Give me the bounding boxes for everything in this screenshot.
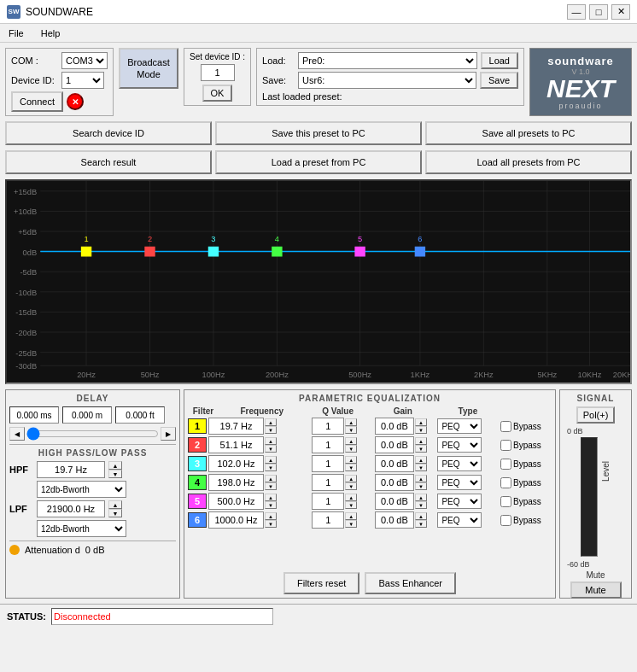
peq-bypass-3[interactable] (500, 459, 511, 470)
lpf-up-arrow[interactable]: ▲ (108, 500, 122, 509)
peq-q-down-2[interactable]: ▼ (345, 445, 357, 453)
peq-freq-up-1[interactable]: ▲ (265, 418, 277, 426)
save-preset-pc-button[interactable]: Save this preset to PC (215, 121, 422, 145)
peq-type-5[interactable]: PEQHPFLPFHSFLSF (437, 494, 482, 509)
peq-q-up-3[interactable]: ▲ (345, 456, 357, 464)
peq-gain-up-4[interactable]: ▲ (415, 475, 427, 482)
peq-freq-4[interactable] (208, 474, 264, 491)
peq-gain-down-2[interactable]: ▼ (415, 445, 427, 453)
peq-freq-down-6[interactable]: ▼ (265, 520, 277, 528)
ok-button[interactable]: OK (202, 85, 233, 102)
load-select[interactable]: Pre0:Pre1:Pre2: (298, 52, 476, 69)
menu-file[interactable]: File (3, 26, 29, 40)
peq-gain-up-3[interactable]: ▲ (415, 456, 427, 464)
eq-point-2[interactable] (144, 247, 155, 257)
hpf-type-select[interactable]: 12db-Bworth6db-Bworth24db-Bworth (37, 481, 126, 498)
device-id-select[interactable]: 123 (61, 72, 104, 89)
delay-m-input[interactable] (62, 406, 112, 424)
com-select[interactable]: COM3COM1COM2COM4 (61, 52, 108, 69)
peq-type-4[interactable]: PEQHPFLPFHSFLSF (437, 475, 482, 490)
peq-type-1[interactable]: PEQHPFLPFHSFLSF (437, 418, 482, 434)
close-button[interactable]: ✕ (611, 4, 630, 20)
peq-freq-down-5[interactable]: ▼ (265, 501, 277, 509)
peq-freq-2[interactable] (208, 436, 264, 453)
peq-q-up-1[interactable]: ▲ (345, 418, 357, 426)
load-all-presets-pc-button[interactable]: Load all presets from PC (425, 150, 632, 174)
delay-ft-input[interactable] (115, 406, 165, 424)
lpf-type-select[interactable]: 12db-Bworth6db-Bworth24db-Bworth (37, 520, 126, 537)
peq-freq-down-2[interactable]: ▼ (265, 445, 277, 453)
peq-q-down-1[interactable]: ▼ (345, 426, 357, 434)
delay-slider-left[interactable]: ◀ (9, 427, 25, 441)
filters-reset-button[interactable]: Filters reset (283, 572, 359, 594)
delay-slider[interactable] (26, 427, 159, 441)
save-all-presets-pc-button[interactable]: Save all presets to PC (425, 121, 632, 145)
hpf-up-arrow[interactable]: ▲ (108, 461, 122, 470)
peq-q-up-2[interactable]: ▲ (345, 437, 357, 445)
peq-gain-up-6[interactable]: ▲ (415, 512, 427, 520)
eq-point-6[interactable] (415, 247, 425, 257)
peq-q-5[interactable] (312, 493, 344, 510)
peq-gain-down-6[interactable]: ▼ (415, 520, 427, 528)
peq-gain-1[interactable] (375, 418, 414, 435)
eq-point-5[interactable] (354, 247, 365, 257)
eq-point-4[interactable] (272, 247, 282, 257)
menu-help[interactable]: Help (36, 26, 66, 40)
peq-gain-up-2[interactable]: ▲ (415, 437, 427, 445)
peq-freq-up-5[interactable]: ▲ (265, 494, 277, 501)
peq-freq-down-4[interactable]: ▼ (265, 482, 277, 490)
peq-bypass-2[interactable] (500, 440, 511, 451)
peq-freq-up-2[interactable]: ▲ (265, 437, 277, 445)
peq-freq-down-1[interactable]: ▼ (265, 426, 277, 434)
peq-gain-2[interactable] (375, 436, 414, 453)
connect-button[interactable]: Connect (11, 91, 63, 112)
maximize-button[interactable]: □ (589, 4, 608, 20)
search-device-id-button[interactable]: Search device ID (5, 121, 212, 145)
hpf-down-arrow[interactable]: ▼ (108, 470, 122, 478)
peq-gain-3[interactable] (375, 455, 414, 472)
peq-freq-6[interactable] (208, 511, 264, 529)
peq-freq-3[interactable] (208, 455, 264, 472)
peq-gain-down-3[interactable]: ▼ (415, 464, 427, 471)
delay-slider-right[interactable]: ▶ (161, 427, 176, 441)
lpf-down-arrow[interactable]: ▼ (108, 509, 122, 517)
peq-q-up-6[interactable]: ▲ (345, 512, 357, 520)
peq-freq-up-3[interactable]: ▲ (265, 456, 277, 464)
bass-enhancer-button[interactable]: Bass Enhancer (365, 572, 456, 594)
peq-freq-down-3[interactable]: ▼ (265, 464, 277, 471)
peq-gain-6[interactable] (375, 511, 414, 529)
broadcast-mode-button[interactable]: BroadcastMode (119, 48, 178, 89)
search-result-button[interactable]: Search result (5, 150, 212, 174)
peq-freq-up-4[interactable]: ▲ (265, 475, 277, 482)
save-select[interactable]: Usr6:Usr1:Usr2: (298, 72, 476, 89)
peq-q-4[interactable] (312, 474, 344, 491)
peq-type-6[interactable]: PEQHPFLPFHSFLSF (437, 512, 482, 528)
peq-q-down-4[interactable]: ▼ (345, 482, 357, 490)
peq-type-3[interactable]: PEQHPFLPFHSFLSF (437, 456, 482, 471)
save-button[interactable]: Save (480, 72, 518, 89)
eq-point-3[interactable] (208, 247, 219, 257)
peq-freq-1[interactable] (208, 418, 264, 435)
peq-freq-up-6[interactable]: ▲ (265, 512, 277, 520)
peq-q-down-5[interactable]: ▼ (345, 501, 357, 509)
peq-gain-up-5[interactable]: ▲ (415, 494, 427, 501)
peq-gain-down-1[interactable]: ▼ (415, 426, 427, 434)
mute-button[interactable]: Mute (570, 581, 622, 599)
peq-q-3[interactable] (312, 455, 344, 472)
load-button[interactable]: Load (481, 52, 518, 69)
eq-point-1[interactable] (81, 247, 91, 257)
peq-gain-4[interactable] (375, 474, 414, 491)
hpf-freq-input[interactable] (37, 461, 105, 478)
peq-bypass-4[interactable] (500, 477, 511, 488)
lpf-freq-input[interactable] (37, 500, 105, 517)
peq-freq-5[interactable] (208, 493, 264, 510)
pol-button[interactable]: Pol(+) (576, 406, 616, 424)
peq-gain-up-1[interactable]: ▲ (415, 418, 427, 426)
peq-gain-5[interactable] (375, 493, 414, 510)
peq-q-1[interactable] (312, 418, 344, 435)
disconnect-button[interactable]: ✕ (67, 93, 84, 110)
peq-bypass-6[interactable] (500, 515, 511, 526)
peq-gain-down-5[interactable]: ▼ (415, 501, 427, 509)
peq-q-2[interactable] (312, 436, 344, 453)
peq-q-6[interactable] (312, 511, 344, 529)
